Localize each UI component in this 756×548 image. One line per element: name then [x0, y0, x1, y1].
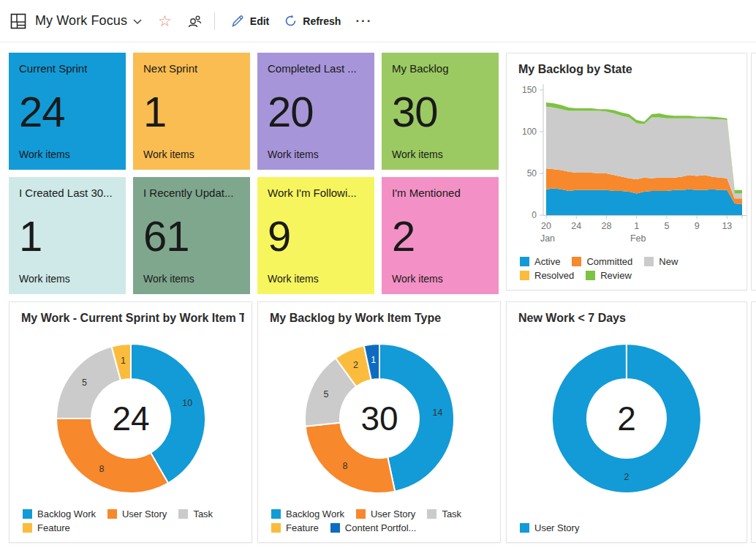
- legend-label: Resolved: [534, 270, 574, 281]
- favorite-button[interactable]: ☆: [154, 9, 176, 33]
- tile-title: Current Sprint: [19, 62, 116, 75]
- tile-next-sprint[interactable]: Next Sprint 1 Work items: [133, 53, 250, 170]
- tile-count: 61: [143, 215, 240, 258]
- dashboard-canvas: Current Sprint 24 Work items Next Sprint…: [0, 43, 756, 548]
- tile-count: 1: [143, 91, 240, 133]
- legend-swatch: [520, 257, 529, 266]
- tile-caption: Work items: [19, 273, 116, 285]
- refresh-button-label: Refresh: [303, 15, 341, 27]
- svg-text:50: 50: [527, 168, 537, 179]
- current-sprint-by-type-card[interactable]: My Work - Current Sprint by Work Item T.…: [9, 301, 252, 543]
- svg-text:8: 8: [99, 464, 104, 474]
- tile-title: I Recently Updat...: [143, 187, 240, 199]
- circular-arrow-icon: [284, 14, 298, 28]
- tile-recently-updated[interactable]: I Recently Updat... 61 Work items: [133, 177, 250, 294]
- tile-caption: Work items: [392, 273, 488, 285]
- more-actions-button[interactable]: ···: [348, 10, 379, 33]
- svg-text:30: 30: [360, 399, 398, 438]
- legend-item: Committed: [572, 256, 632, 267]
- legend-item: Backlog Work: [23, 508, 96, 519]
- tile-title: Completed Last ...: [268, 62, 364, 75]
- people-icon: [186, 13, 203, 29]
- legend-label: User Story: [371, 508, 415, 519]
- legend-item: Task: [427, 508, 461, 519]
- legend-item: New: [644, 256, 678, 267]
- chart-legend: Backlog WorkUser StoryTaskFeatureContent…: [271, 508, 493, 533]
- edit-button-label: Edit: [250, 15, 269, 27]
- donut-chart[interactable]: 22: [543, 334, 711, 503]
- legend-label: Task: [442, 508, 461, 519]
- svg-text:24: 24: [112, 399, 149, 438]
- donut-chart[interactable]: 14852130: [295, 334, 464, 503]
- legend-swatch: [520, 523, 529, 533]
- tile-im-mentioned[interactable]: I'm Mentioned 2 Work items: [382, 177, 499, 294]
- svg-text:5: 5: [82, 378, 87, 388]
- legend-item: Review: [586, 270, 632, 281]
- svg-text:1: 1: [121, 356, 126, 366]
- donut-chart[interactable]: 1085124: [47, 334, 215, 503]
- legend-swatch: [586, 271, 595, 280]
- tile-count: 24: [19, 91, 116, 133]
- legend-label: User Story: [122, 508, 167, 519]
- legend-swatch: [23, 523, 32, 533]
- tile-caption: Work items: [143, 149, 240, 160]
- tile-count: 1: [19, 215, 116, 258]
- legend-swatch: [178, 509, 188, 519]
- svg-text:13: 13: [722, 221, 732, 231]
- tile-my-backlog[interactable]: My Backlog 30 Work items: [382, 53, 499, 170]
- tile-title: Next Sprint: [143, 62, 240, 75]
- dashboard-selector[interactable]: My Work Focus: [10, 13, 142, 29]
- legend-label: Content Portfol...: [345, 522, 417, 533]
- svg-text:14: 14: [432, 408, 442, 418]
- dashboard-title: My Work Focus: [35, 13, 127, 29]
- dashboard-command-bar: My Work Focus ☆ Edit Refresh ···: [0, 0, 756, 42]
- chart-legend: ActiveCommittedNewResolvedReview: [520, 256, 739, 281]
- svg-text:2: 2: [352, 360, 358, 370]
- chart-legend: Backlog WorkUser StoryTaskFeature: [23, 508, 244, 533]
- refresh-button[interactable]: Refresh: [276, 10, 348, 32]
- star-outline-icon: ☆: [158, 13, 172, 29]
- tile-current-sprint[interactable]: Current Sprint 24 Work items: [9, 53, 126, 170]
- tile-caption: Work items: [268, 273, 364, 285]
- tile-i-created[interactable]: I Created Last 30... 1 Work items: [9, 177, 126, 294]
- toolbar-divider: [214, 12, 215, 30]
- team-button[interactable]: [182, 9, 207, 34]
- legend-item: User Story: [356, 508, 415, 519]
- tile-caption: Work items: [392, 149, 488, 160]
- tile-caption: Work items: [143, 273, 240, 285]
- legend-item: Resolved: [520, 270, 574, 281]
- tile-title: I Created Last 30...: [19, 187, 116, 199]
- backlog-by-state-card[interactable]: My Backlog by State 05010015020Jan24281F…: [506, 53, 747, 290]
- legend-label: Active: [534, 256, 560, 267]
- tile-count: 2: [392, 215, 488, 258]
- backlog-by-type-card[interactable]: My Backlog by Work Item Type 14852130 Ba…: [257, 301, 501, 543]
- tile-count: 30: [392, 91, 488, 133]
- tile-caption: Work items: [19, 149, 116, 160]
- edit-button[interactable]: Edit: [224, 10, 276, 32]
- legend-item: Content Portfol...: [330, 522, 417, 533]
- legend-item: Feature: [23, 522, 70, 533]
- stacked-area-chart[interactable]: 05010015020Jan24281Feb5913: [507, 53, 748, 244]
- svg-text:2: 2: [617, 399, 636, 438]
- chart-title: New Work < 7 Days: [518, 312, 739, 325]
- chart-title: My Work - Current Sprint by Work Item T.…: [21, 312, 244, 325]
- cutoff-tile-sliver: [751, 53, 756, 290]
- svg-text:1: 1: [634, 221, 639, 231]
- tile-completed-last[interactable]: Completed Last ... 20 Work items: [257, 53, 374, 170]
- svg-text:1: 1: [371, 355, 376, 365]
- svg-text:0: 0: [532, 210, 537, 220]
- tile-count: 20: [268, 91, 364, 133]
- legend-swatch: [271, 509, 281, 519]
- legend-item: Backlog Work: [271, 508, 344, 519]
- svg-text:150: 150: [522, 85, 537, 95]
- tile-caption: Work items: [268, 149, 364, 160]
- svg-text:8: 8: [342, 461, 347, 471]
- new-work-7-days-card[interactable]: New Work < 7 Days 22 User Story: [506, 301, 747, 543]
- tile-title: I'm Mentioned: [392, 187, 488, 199]
- legend-label: User Story: [534, 522, 579, 533]
- tile-work-following[interactable]: Work I'm Followi... 9 Work items: [257, 177, 374, 294]
- tile-title: My Backlog: [392, 62, 488, 75]
- svg-text:Jan: Jan: [540, 233, 555, 244]
- svg-text:20: 20: [541, 221, 551, 231]
- chart-title: My Backlog by Work Item Type: [270, 312, 493, 325]
